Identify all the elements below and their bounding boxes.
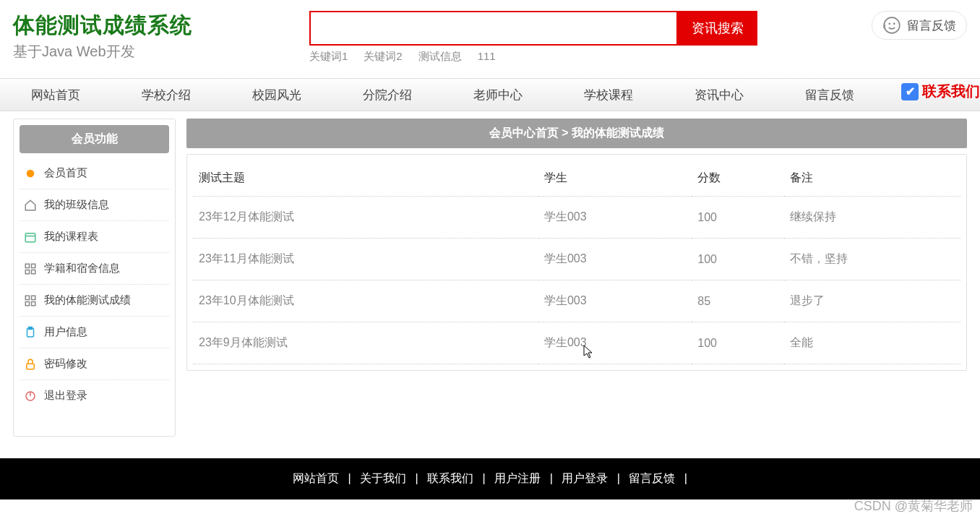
contact-us-button[interactable]: ✔ 联系我们 (901, 82, 980, 101)
footer-link[interactable]: 用户登录 (562, 472, 608, 484)
table-row: 23年11月体能测试学生003100不错，坚持 (193, 239, 960, 280)
svg-point-3 (27, 169, 35, 177)
sidebar-item[interactable]: 我的体能测试成绩 (20, 285, 169, 317)
svg-rect-10 (25, 296, 29, 299)
svg-rect-8 (25, 270, 29, 273)
sidebar-item[interactable]: 用户信息 (20, 317, 169, 348)
svg-rect-11 (32, 296, 35, 299)
sidebar-item[interactable]: 密码修改 (20, 348, 169, 380)
lock-icon (24, 358, 37, 371)
col-header: 备注 (784, 160, 960, 197)
sidebar-item-label: 我的班级信息 (44, 198, 109, 212)
svg-rect-6 (25, 264, 29, 267)
svg-rect-12 (25, 301, 29, 305)
footer-link[interactable]: 联系我们 (427, 472, 473, 484)
sidebar-item[interactable]: 会员首页 (20, 158, 169, 189)
cell-topic: 23年9月体能测试 (193, 322, 538, 364)
calendar-icon (24, 231, 37, 244)
cell-topic: 23年10月体能测试 (193, 280, 538, 322)
footer-link[interactable]: 用户注册 (494, 472, 541, 484)
cell-score: 100 (692, 239, 783, 280)
footer-link[interactable]: 关于我们 (360, 472, 406, 484)
cell-student: 学生003 (538, 280, 692, 322)
cell-score: 85 (692, 280, 783, 322)
svg-point-0 (884, 17, 900, 33)
keyword-link[interactable]: 关键词2 (364, 50, 402, 62)
footer-link[interactable]: 留言反馈 (629, 472, 675, 484)
svg-rect-15 (29, 327, 33, 329)
contact-label: 联系我们 (922, 82, 980, 101)
cell-student: 学生003 (538, 239, 692, 280)
cell-score: 100 (692, 322, 783, 364)
cell-topic: 23年12月体能测试 (193, 197, 538, 239)
grid-icon (24, 294, 37, 307)
feedback-label: 留言反馈 (907, 17, 956, 34)
nav-item[interactable]: 学校介绍 (111, 87, 221, 103)
svg-rect-13 (32, 301, 35, 305)
nav-item[interactable]: 网站首页 (0, 87, 111, 103)
sidebar-item-label: 学籍和宿舍信息 (44, 262, 120, 275)
sidebar-item-label: 用户信息 (44, 325, 87, 339)
table-row: 23年10月体能测试学生00385退步了 (193, 280, 960, 322)
search-keywords: 关键词1关键词2测试信息111 (309, 50, 765, 64)
sidebar-item[interactable]: 我的课程表 (20, 221, 169, 253)
svg-rect-9 (32, 270, 35, 273)
sidebar-item[interactable]: 学籍和宿舍信息 (20, 253, 169, 285)
sidebar-title: 会员功能 (20, 125, 169, 153)
cell-student: 学生003 (538, 322, 692, 364)
main-nav: 网站首页学校介绍校园风光分院介绍老师中心学校课程资讯中心留言反馈 ✔ 联系我们 (0, 78, 980, 111)
search-input[interactable] (309, 11, 678, 46)
footer: 网站首页 | 关于我们 | 联系我们 | 用户注册 | 用户登录 | 留言反馈 … (0, 458, 980, 499)
nav-item[interactable]: 分院介绍 (332, 87, 442, 103)
feedback-widget[interactable]: 留言反馈 (872, 11, 967, 40)
sidebar-item[interactable]: 我的班级信息 (20, 189, 169, 221)
svg-rect-4 (25, 233, 35, 241)
cell-remark: 不错，坚持 (784, 239, 960, 280)
search-button[interactable]: 资讯搜索 (678, 11, 757, 46)
clipboard-icon (24, 326, 37, 339)
site-title: 体能测试成绩系统 (13, 11, 309, 40)
svg-point-1 (888, 23, 890, 25)
sidebar-item-label: 我的体能测试成绩 (44, 293, 131, 307)
grid-icon (24, 262, 37, 275)
results-panel: 测试主题学生分数备注 23年12月体能测试学生003100继续保持23年11月体… (186, 154, 967, 371)
keyword-link[interactable]: 111 (478, 50, 496, 62)
cell-score: 100 (692, 197, 783, 239)
table-row: 23年12月体能测试学生003100继续保持 (193, 197, 960, 239)
power-icon (24, 390, 37, 403)
watermark: CSDN @黄菊华老师 (854, 497, 973, 499)
sidebar-item-label: 会员首页 (44, 166, 87, 180)
cell-topic: 23年11月体能测试 (193, 239, 538, 280)
svg-rect-7 (32, 264, 35, 267)
col-header: 测试主题 (193, 160, 538, 197)
sidebar-item[interactable]: 退出登录 (20, 380, 169, 411)
dot-orange-icon (24, 167, 37, 180)
footer-link[interactable]: 网站首页 (293, 472, 339, 484)
breadcrumb: 会员中心首页 > 我的体能测试成绩 (186, 119, 967, 148)
member-sidebar: 会员功能 会员首页我的班级信息我的课程表学籍和宿舍信息我的体能测试成绩用户信息密… (13, 119, 176, 437)
keyword-link[interactable]: 关键词1 (309, 50, 348, 62)
results-table: 测试主题学生分数备注 23年12月体能测试学生003100继续保持23年11月体… (193, 160, 960, 364)
svg-rect-16 (27, 364, 35, 369)
cell-student: 学生003 (538, 197, 692, 239)
sidebar-item-label: 我的课程表 (44, 230, 98, 244)
cell-remark: 退步了 (784, 280, 960, 322)
sidebar-item-label: 密码修改 (44, 357, 87, 371)
nav-item[interactable]: 老师中心 (442, 87, 553, 103)
nav-item[interactable]: 校园风光 (221, 87, 332, 103)
table-row: 23年9月体能测试学生003100全能 (193, 322, 960, 364)
check-icon: ✔ (901, 83, 919, 100)
svg-point-2 (893, 23, 895, 25)
col-header: 分数 (692, 160, 783, 197)
nav-item[interactable]: 留言反馈 (774, 87, 885, 103)
sidebar-item-label: 退出登录 (44, 389, 87, 403)
home-icon (24, 199, 37, 212)
keyword-link[interactable]: 测试信息 (418, 50, 462, 62)
col-header: 学生 (538, 160, 692, 197)
headset-icon (882, 16, 901, 35)
site-subtitle: 基于Java Web开发 (13, 42, 309, 61)
nav-item[interactable]: 资讯中心 (663, 87, 774, 103)
nav-item[interactable]: 学校课程 (553, 87, 663, 103)
cell-remark: 继续保持 (784, 197, 960, 239)
cell-remark: 全能 (784, 322, 960, 364)
